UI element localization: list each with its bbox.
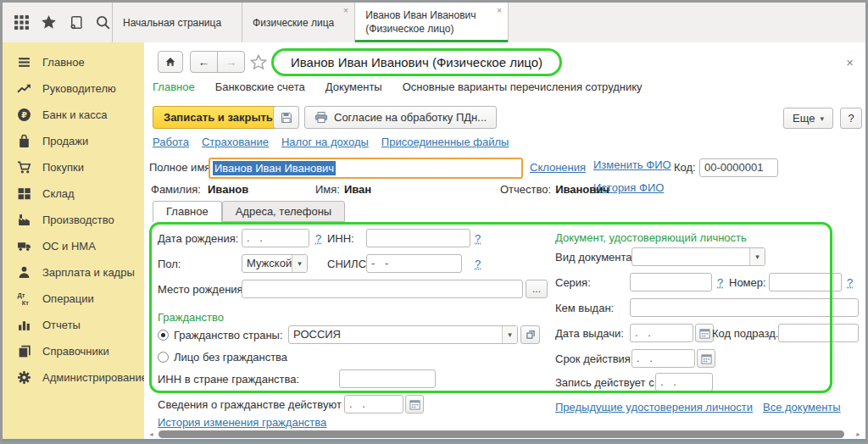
previous-docs-link[interactable]: Предыдущие удостоверения личности: [555, 401, 753, 413]
citizenship-valid-calendar-button[interactable]: [405, 395, 424, 413]
citizenship-country-label[interactable]: Гражданство страны:: [174, 325, 283, 346]
snils-input[interactable]: - -: [366, 254, 462, 273]
sidebar-item-glavnoe[interactable]: Главное: [3, 49, 144, 75]
birth-date-label: Дата рождения:: [158, 229, 238, 249]
foreign-inn-input[interactable]: [339, 369, 436, 388]
chevron-down-icon[interactable]: ▾: [292, 255, 307, 272]
record-valid-input[interactable]: . .: [655, 373, 713, 391]
open-country-button[interactable]: [520, 325, 540, 344]
sidebar-item-proizvodstvo[interactable]: Производство: [3, 207, 144, 233]
sidebar-item-sklad[interactable]: Склад: [3, 180, 144, 207]
sidebar-item-bank-i-kassa[interactable]: ₽Банк и касса: [3, 102, 144, 128]
forward-arrow-icon: →: [225, 55, 237, 69]
apps-menu-icon[interactable]: [14, 14, 30, 31]
series-help-link[interactable]: ?: [717, 275, 723, 291]
expiry-input[interactable]: . .: [632, 349, 695, 368]
number-input[interactable]: [769, 273, 842, 291]
identity-doc-header: Документ, удостоверяющий личность: [555, 230, 747, 246]
sidebar-item-prodazhi[interactable]: Продажи: [3, 128, 144, 154]
app-tab[interactable]: Иванов Иван Иванович (Физическое лицо)×: [354, 3, 509, 42]
citizenship-history-link[interactable]: История изменения гражданства: [158, 416, 326, 429]
code-input[interactable]: 00-0000001: [699, 158, 778, 177]
full-name-input[interactable]: Иванов Иван Иванович: [209, 158, 523, 179]
quick-link[interactable]: Работа: [153, 136, 189, 148]
history-icon[interactable]: [68, 14, 84, 31]
snils-help-link[interactable]: ?: [475, 256, 481, 273]
page-title: Иванов Иван Иванович (Физическое лицо): [271, 48, 562, 76]
home-button[interactable]: [158, 51, 183, 73]
sidebar-item-operacii[interactable]: ДтКтОперации: [3, 286, 144, 312]
declension-link[interactable]: Склонения: [530, 161, 586, 174]
sidebar-item-label: Продажи: [42, 135, 88, 147]
quick-link[interactable]: Налог на доходы: [281, 136, 369, 148]
surname-pair: Фамилия: Иванов: [151, 183, 248, 196]
pallet-boxes-icon: [17, 186, 31, 201]
sidebar-item-os-i-nma[interactable]: ОС и НМА: [3, 233, 144, 259]
doc-nav-item[interactable]: Документы: [326, 80, 382, 93]
citizenship-valid-input[interactable]: . .: [344, 395, 403, 413]
quick-link[interactable]: Присоединенные файлы: [381, 136, 509, 148]
save-and-close-button[interactable]: Записать и закрыть: [153, 106, 284, 129]
close-icon[interactable]: ×: [846, 56, 854, 69]
save-button[interactable]: [273, 106, 299, 129]
subtab[interactable]: Главное: [153, 201, 222, 222]
change-fio-link[interactable]: Изменить ФИО: [593, 158, 671, 171]
stateless-radio[interactable]: [158, 352, 169, 363]
series-input[interactable]: [630, 273, 712, 291]
tab-close-icon[interactable]: ×: [497, 6, 502, 15]
birth-date-help-link[interactable]: ?: [315, 230, 321, 247]
forward-button[interactable]: →: [217, 51, 245, 73]
doc-nav-item[interactable]: Главное: [153, 80, 195, 93]
chevron-down-icon[interactable]: ▾: [502, 326, 517, 343]
scroll-right-icon[interactable]: ►: [855, 431, 861, 437]
sidebar-item-spravochniki[interactable]: Справочники: [3, 338, 144, 364]
all-docs-link[interactable]: Все документы: [763, 401, 841, 413]
tab-close-icon[interactable]: ×: [343, 6, 348, 15]
expiry-calendar-button[interactable]: [697, 349, 715, 368]
sidebar-item-zarplata-i-kadry[interactable]: Зарплата и кадры: [3, 259, 144, 286]
doc-nav-item[interactable]: Банковские счета: [215, 80, 305, 93]
favorites-star-icon[interactable]: [41, 14, 57, 31]
favorite-star-icon[interactable]: [249, 53, 268, 72]
scrollbar-track[interactable]: [157, 430, 853, 438]
gender-select[interactable]: Мужской ▾: [242, 254, 308, 273]
consent-print-button[interactable]: Согласие на обработку ПДн...: [304, 106, 497, 129]
birth-place-picker-button[interactable]: ...: [526, 280, 548, 298]
truck-icon: [17, 239, 31, 253]
sidebar-item-label: Главное: [42, 56, 85, 69]
issued-by-input[interactable]: [630, 298, 859, 317]
firstname-label: Имя:: [315, 183, 340, 196]
birth-place-input[interactable]: [242, 280, 523, 298]
help-button[interactable]: ?: [840, 108, 862, 129]
books-icon: [17, 344, 31, 358]
person-card: ← → Иванов Иван Иванович (Физическое лиц…: [144, 42, 865, 441]
number-help-link[interactable]: ?: [847, 275, 853, 291]
citizenship-country-select[interactable]: РОССИЯ ▾: [288, 325, 518, 344]
dept-code-input[interactable]: [778, 324, 859, 342]
app-tab[interactable]: Физические лица×: [242, 3, 354, 42]
open-form-icon: [526, 330, 536, 340]
sidebar-item-pokupki[interactable]: Покупки: [3, 154, 144, 180]
scrollbar-thumb[interactable]: [159, 430, 844, 438]
doc-kind-select[interactable]: ▾: [632, 247, 765, 266]
doc-nav-item[interactable]: Основные варианты перечисления сотрудник…: [403, 80, 643, 93]
back-button[interactable]: ←: [190, 51, 218, 73]
stateless-label[interactable]: Лицо без гражданства: [174, 347, 287, 368]
window-bottom-edge: [3, 439, 865, 441]
search-icon[interactable]: [95, 14, 111, 31]
sidebar-item-otchety[interactable]: Отчеты: [3, 312, 144, 338]
chevron-down-icon[interactable]: ▾: [749, 248, 765, 265]
scroll-left-icon[interactable]: ◄: [148, 431, 154, 437]
citizenship-country-radio[interactable]: [158, 330, 169, 341]
sidebar-item-rukovoditelyu[interactable]: Руководителю: [3, 75, 144, 102]
inn-input[interactable]: [366, 229, 470, 247]
more-button[interactable]: Еще ▾: [783, 108, 833, 129]
quick-link[interactable]: Страхование: [202, 136, 269, 148]
sidebar-item-administrirovanie[interactable]: Администрирование: [3, 364, 144, 391]
app-tab[interactable]: Начальная страница: [112, 3, 242, 42]
birth-date-input[interactable]: . .: [242, 229, 309, 247]
subtab[interactable]: Адреса, телефоны: [222, 201, 346, 222]
inn-help-link[interactable]: ?: [475, 230, 481, 247]
issue-date-input[interactable]: . .: [630, 324, 693, 342]
issue-date-calendar-button[interactable]: [695, 324, 714, 342]
